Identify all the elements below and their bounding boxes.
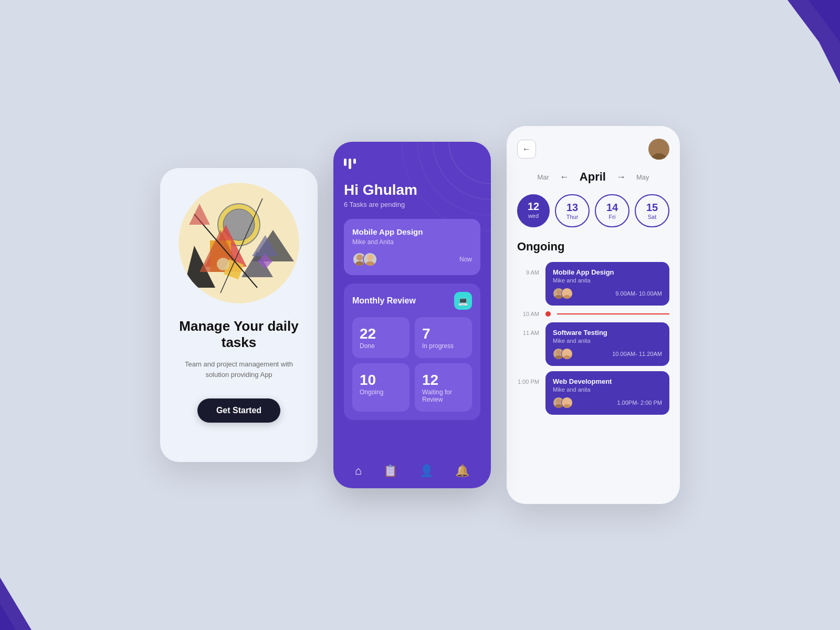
task-time: Now bbox=[459, 256, 472, 263]
review-stats-grid: 22 Done 7 In progress 10 Ongoing 12 Wait… bbox=[352, 317, 472, 412]
sched-avatars-2 bbox=[553, 348, 570, 360]
avatar-2 bbox=[363, 252, 377, 267]
date-num-13: 13 bbox=[566, 202, 578, 214]
schedule-row-mobile-app: 9 AM Mobile App Design Mike and anita bbox=[517, 262, 669, 306]
sched-range-3: 1.00PM- 2:00 PM bbox=[617, 400, 662, 406]
screen-calendar: ← Mar ← April → May 12 wed 13 Thur 14 bbox=[507, 126, 680, 504]
review-header: Monthly Review 💻 bbox=[352, 292, 472, 310]
svg-marker-3 bbox=[0, 604, 16, 630]
task-avatars bbox=[352, 252, 373, 267]
nav-docs-icon[interactable]: 📋 bbox=[383, 464, 397, 478]
sched-sub-mobile-app: Mike and anita bbox=[553, 277, 662, 284]
av-6 bbox=[561, 397, 573, 408]
task-title: Mobile App Design bbox=[352, 227, 472, 236]
date-pill-12[interactable]: 12 wed bbox=[517, 194, 550, 227]
svg-point-28 bbox=[654, 141, 664, 152]
date-pill-14[interactable]: 14 Fri bbox=[595, 194, 629, 227]
onboarding-title: Manage Your daily tasks bbox=[173, 318, 305, 351]
current-month: April bbox=[580, 170, 606, 184]
corner-decoration-bottom-left bbox=[0, 556, 63, 630]
bar-2 bbox=[349, 159, 351, 169]
month-prev[interactable]: Mar bbox=[537, 173, 549, 181]
stat-ongoing-number: 10 bbox=[360, 372, 376, 388]
sched-footer-software: 10.00AM- 11.20AM bbox=[553, 348, 662, 360]
chart-icon bbox=[344, 159, 480, 169]
indicator-dot bbox=[545, 311, 551, 317]
sched-sub-software: Mike and anita bbox=[553, 338, 662, 344]
art-illustration bbox=[178, 183, 299, 303]
svg-marker-2 bbox=[0, 578, 32, 630]
sched-sub-web: Mike and anita bbox=[553, 386, 662, 393]
review-title: Monthly Review bbox=[352, 296, 416, 306]
back-button[interactable]: ← bbox=[517, 140, 536, 159]
date-pill-13[interactable]: 13 Thur bbox=[555, 194, 590, 227]
stat-ongoing-label: Ongoing bbox=[360, 388, 383, 396]
svg-point-32 bbox=[564, 290, 569, 295]
date-day-13: Thur bbox=[566, 214, 579, 220]
bar-3 bbox=[353, 159, 356, 164]
sched-range-2: 10.00AM- 11.20AM bbox=[612, 351, 662, 357]
svg-point-37 bbox=[563, 355, 571, 359]
task-subtitle: Mike and Anita bbox=[352, 238, 472, 246]
task-footer: Now bbox=[352, 252, 472, 267]
nav-home-icon[interactable]: ⌂ bbox=[355, 464, 362, 478]
svg-point-40 bbox=[564, 399, 569, 404]
date-num-12: 12 bbox=[528, 201, 539, 213]
screen-dashboard: Hi Ghulam 6 Tasks are pending Mobile App… bbox=[333, 142, 491, 488]
review-icon: 💻 bbox=[454, 292, 472, 310]
corner-decoration-top-right bbox=[746, 0, 840, 84]
schedule-time-1pm: 1:00 PM bbox=[517, 371, 539, 385]
greeting-text: Hi Ghulam bbox=[344, 182, 480, 198]
svg-point-26 bbox=[367, 255, 373, 261]
stat-waiting-label: Waiting for Review bbox=[422, 388, 465, 403]
schedule-list: 9 AM Mobile App Design Mike and anita bbox=[517, 262, 669, 491]
stat-waiting: 12 Waiting for Review bbox=[415, 363, 472, 412]
schedule-card-software[interactable]: Software Testing Mike and anita 10.00AM-… bbox=[545, 322, 669, 366]
schedule-time-9am: 9 AM bbox=[517, 262, 539, 276]
nav-profile-icon[interactable]: 👤 bbox=[419, 464, 434, 478]
svg-point-27 bbox=[365, 261, 374, 266]
stat-ongoing: 10 Ongoing bbox=[352, 363, 410, 412]
sched-title-mobile-app: Mobile App Design bbox=[553, 268, 662, 276]
svg-point-29 bbox=[652, 153, 666, 160]
date-num-14: 14 bbox=[606, 202, 618, 214]
schedule-card-mobile-app[interactable]: Mobile App Design Mike and anita 9.00AM-… bbox=[545, 262, 669, 306]
sched-avatars-1 bbox=[553, 288, 570, 299]
av-2 bbox=[561, 288, 573, 299]
schedule-row-web: 1:00 PM Web Development Mike and anita bbox=[517, 371, 669, 415]
svg-point-41 bbox=[563, 404, 571, 408]
svg-point-33 bbox=[563, 295, 571, 299]
sched-title-web: Web Development bbox=[553, 377, 662, 385]
prev-month-button[interactable]: ← bbox=[560, 172, 569, 183]
month-next[interactable]: May bbox=[636, 173, 649, 181]
ongoing-section-title: Ongoing bbox=[517, 240, 669, 254]
svg-marker-0 bbox=[788, 0, 840, 84]
sched-avatars-3 bbox=[553, 397, 570, 408]
svg-marker-1 bbox=[808, 0, 840, 42]
sched-range-1: 9.00AM- 10.00AM bbox=[615, 290, 662, 297]
time-indicator-row: 10 AM bbox=[517, 311, 669, 317]
date-day-15: Sat bbox=[648, 214, 657, 220]
svg-point-34 bbox=[556, 350, 561, 355]
sched-footer-mobile-app: 9.00AM- 10.00AM bbox=[553, 288, 662, 299]
schedule-card-web[interactable]: Web Development Mike and anita 1.00PM- 2… bbox=[545, 371, 669, 415]
monthly-review-section: Monthly Review 💻 22 Done 7 In progress 1… bbox=[344, 284, 480, 420]
stat-inprogress-label: In progress bbox=[422, 342, 454, 350]
next-month-button[interactable]: → bbox=[616, 172, 626, 183]
stat-done: 22 Done bbox=[352, 317, 410, 358]
stat-waiting-number: 12 bbox=[422, 372, 438, 388]
stat-inprogress-number: 7 bbox=[422, 326, 430, 342]
bar-1 bbox=[344, 159, 346, 166]
sched-footer-web: 1.00PM- 2:00 PM bbox=[553, 397, 662, 408]
date-day-14: Fri bbox=[609, 214, 616, 220]
user-avatar bbox=[648, 139, 669, 160]
sched-title-software: Software Testing bbox=[553, 329, 662, 337]
task-card[interactable]: Mobile App Design Mike and Anita Now bbox=[344, 219, 480, 275]
date-pill-15[interactable]: 15 Sat bbox=[635, 194, 669, 227]
calendar-header: ← bbox=[517, 139, 669, 160]
svg-point-30 bbox=[556, 290, 561, 295]
get-started-button[interactable]: Get Started bbox=[197, 398, 280, 423]
onboarding-subtitle: Team and project management with solutio… bbox=[173, 359, 305, 380]
nav-bell-icon[interactable]: 🔔 bbox=[455, 464, 469, 478]
calendar-navigation: Mar ← April → May bbox=[517, 170, 669, 184]
